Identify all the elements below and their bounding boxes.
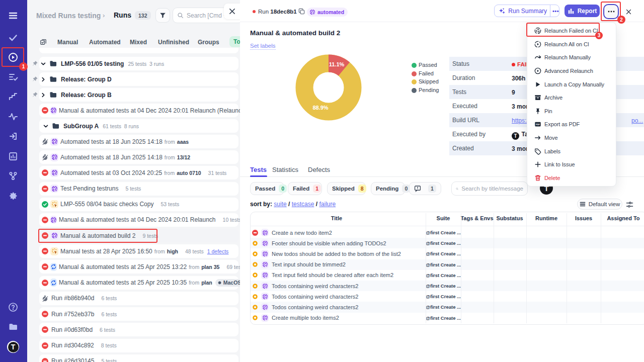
svg-text:88.9%: 88.9% [312, 105, 328, 111]
svg-text:PDF: PDF [536, 124, 540, 126]
svg-text:11.1%: 11.1% [329, 61, 345, 67]
